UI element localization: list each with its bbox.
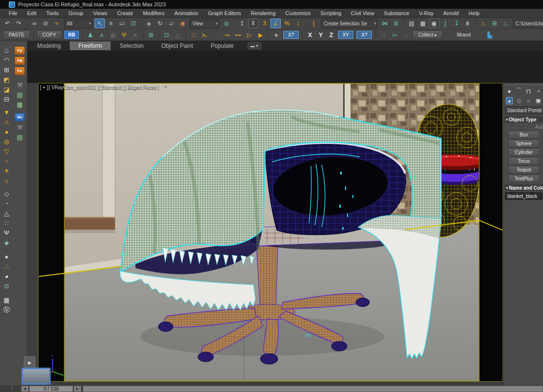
film-camera-icon[interactable]: ⊟ [1,94,12,104]
menu-modifiers[interactable]: Modifiers [138,9,170,17]
select-move-icon[interactable]: + [144,19,154,28]
light-include-icon[interactable]: ◪ [1,84,12,94]
viewport-general-menu[interactable]: [ + ] [40,85,48,90]
viewport-scene[interactable]: x y z [38,83,503,382]
shapes-category[interactable]: ◇ [516,97,523,104]
spinner-snap-icon[interactable]: ↕ [293,19,303,28]
render-teapot-icon[interactable]: ♨ [1,45,12,55]
panel-icon[interactable]: ▦ [15,99,25,109]
keyboard-override-icon[interactable]: ⊼ [248,19,258,28]
spot-light-icon[interactable]: ▽ [1,146,12,156]
constraint-xy-flyout-button[interactable]: X? [356,30,372,39]
spacing-tool-icon[interactable]: ∺ [389,30,400,40]
constraint-xy-button[interactable]: XY [337,30,354,39]
viewport-shading-detail-menu[interactable]: [ Edged Faces ] [125,85,159,90]
dope-sheet-icon[interactable]: ↧ [451,19,462,28]
rig-window-icon[interactable]: ⊞ [146,30,156,40]
ribbon-tab-modeling[interactable]: Modeling [28,41,70,50]
torus-button[interactable]: Torus [508,157,540,165]
primitives-dropdown[interactable]: Standard Primitives [505,106,543,115]
snap-face-icon[interactable]: ▶ [255,30,266,40]
curve-editor-icon[interactable]: ∫ [440,19,450,28]
ribbon-tab-freeform[interactable]: Freeform [70,41,111,50]
selection-region-icon[interactable]: ▭ [117,19,127,28]
time-slider[interactable]: 0 / 100 [29,386,73,392]
box-button[interactable]: Box [508,131,540,139]
select-scale-icon[interactable]: ▱ [166,19,176,28]
snap-point-icon[interactable]: ∙ [211,30,221,40]
render-setup-icon[interactable]: ♨ [478,19,488,28]
menu-vray[interactable]: V-Ray [414,9,439,17]
ribbon-tab-populate[interactable]: Populate [202,41,242,50]
sphere-button[interactable]: Sphere [508,139,540,148]
constraint-z-button[interactable]: Z [327,30,335,39]
geometry-category[interactable]: ● [506,97,513,104]
viewport[interactable]: x y z [38,83,503,382]
scene-explorer-icon[interactable]: ▤ [407,19,417,28]
grid-array-icon[interactable]: ∷ [378,30,388,40]
menu-civil-view[interactable]: Civil View [346,9,379,17]
vray-logo-icon[interactable]: Ⓥ [1,305,12,314]
hierarchy-tab[interactable]: ⊓ [525,87,532,95]
viewport-layout-tab[interactable] [21,368,51,385]
teapot-button[interactable]: Teapot [508,166,540,174]
mirror-icon[interactable]: ⋈ [380,19,390,28]
schematic-view-icon[interactable]: ⋔ [463,19,473,28]
selection-filter-dropdown[interactable]: All [64,19,93,28]
render-production-icon[interactable]: ♨ [501,19,511,28]
rb-button[interactable]: RB [64,30,79,39]
panel-grip[interactable] [505,83,543,86]
copy-button[interactable]: COPY [37,30,62,39]
snap-pivot-icon[interactable]: ⋋ [199,30,210,40]
menu-views[interactable]: Views [88,9,112,17]
material-set-icon[interactable]: ∴ [1,261,12,271]
menu-create[interactable]: Create [112,9,138,17]
vfb-fset-button[interactable]: Fs [15,67,25,75]
render-region-icon[interactable]: ◠ [1,55,12,65]
rig-box-icon[interactable]: ⊡ [161,30,172,40]
name-color-rollout[interactable]: Name and Color [504,184,543,191]
menu-group[interactable]: Group [63,9,88,17]
vfb-fb-button[interactable]: FB [15,57,25,65]
lock-icon[interactable]: ◍ [108,30,118,40]
material-plane-icon[interactable]: ⊙ [1,281,12,291]
viewport-pov-menu[interactable]: [ VRayCam_salon001 ] [49,85,99,90]
rendered-frame-icon[interactable]: ⊞ [489,19,500,28]
modify-tab[interactable]: ⌒ [516,87,523,95]
light-lister-icon[interactable]: ◩ [1,75,12,84]
paste-button[interactable]: PASTE [3,30,30,39]
menu-tools[interactable]: Tools [41,9,64,17]
menu-file[interactable]: File [4,9,22,17]
track-bar[interactable] [83,386,543,392]
sun-icon[interactable]: ☀ [1,166,12,176]
layer-explorer-icon[interactable]: ▦ [418,19,428,28]
named-selection-sets-icon[interactable]: { [309,19,319,28]
project-folder-dropdown[interactable]: C:\Users\Usuar...s\3ds Max 2023 [513,19,543,28]
character-icon[interactable]: ♟ [85,30,96,40]
layout-flyout-button[interactable]: ▶ [24,356,36,369]
menu-arnold[interactable]: Arnold [439,9,464,17]
menu-animation[interactable]: Animation [170,9,203,17]
bulb-light-icon[interactable]: ○ [1,156,12,166]
viewport-shading-menu[interactable]: [ Standard ] [99,85,125,90]
fur-icon[interactable]: Ψ [1,228,12,237]
percent-snap-icon[interactable]: % [282,19,292,28]
lights-category[interactable]: ○ [525,97,532,104]
menu-scripting[interactable]: Scripting [315,9,346,17]
slice-sphere-icon[interactable]: ◔ [1,198,12,208]
motion-tab[interactable]: ◔ [535,87,542,95]
angle-snap-icon[interactable]: ∠ [271,19,281,28]
textplus-button[interactable]: TextPlus [508,175,540,183]
undo-icon[interactable]: ↶ [2,19,13,28]
rig-triangle-icon[interactable]: △ [173,30,183,40]
cameras-category[interactable]: ▣ [535,97,542,104]
menu-substance[interactable]: Substance [379,9,414,17]
render-calculator-icon[interactable]: ▦ [1,295,12,305]
physical-camera-icon[interactable]: △ [1,208,12,218]
geosphere-light-icon[interactable]: ◍ [1,137,12,146]
proxy-icon[interactable]: ∷ [1,218,12,228]
snap-midpoint-icon[interactable]: ⊷ [233,30,243,40]
constraint-y-button[interactable]: Y [316,30,325,39]
lister2-icon[interactable]: ▤ [15,132,25,142]
snap-normal-icon[interactable]: ▷ [244,30,254,40]
